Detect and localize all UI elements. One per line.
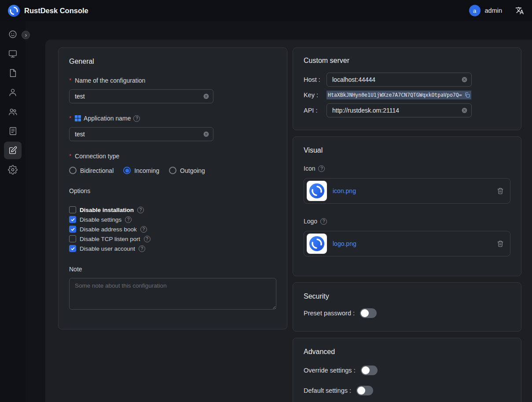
options-checkbox-list: Disable installation Disable settings [69,205,276,253]
copy-icon[interactable] [463,91,471,99]
app-title: RustDesk Console [24,7,88,15]
user-name[interactable]: admin [485,7,503,14]
clear-input-icon[interactable] [461,107,468,114]
default-settings-row: Default settings : [304,386,510,395]
language-translate-icon[interactable] [515,6,524,15]
api-label: API : [304,107,327,114]
icon-file-box: icon.png [304,178,510,204]
server-key-field: HtaXBkJNHyn0e1U1jWXze7A7CN7QTGWqxkOtpaVp… [327,89,471,101]
sidebar-item-user-icon[interactable] [4,84,22,101]
radio-outgoing[interactable]: Outgoing [169,167,205,174]
checkbox-disable-installation[interactable]: Disable installation [69,205,276,215]
logo-filename-link[interactable]: logo.png [333,240,356,247]
override-settings-label: Override settings : [304,367,356,374]
config-name-input[interactable] [69,89,213,103]
content-panel: General Name of the configuration [45,40,532,402]
checkbox-control[interactable] [69,226,76,233]
brand: RustDesk Console [8,5,88,17]
preset-password-label: Preset password : [304,310,355,317]
icon-filename-link[interactable]: icon.png [333,187,356,194]
preset-password-row: Preset password : [304,308,510,318]
host-label: Host : [304,76,327,83]
sidebar-item-journal-icon[interactable] [4,122,22,140]
logo-label: Logo [304,218,510,225]
required-asterisk [69,153,72,160]
top-bar: RustDesk Console a admin [0,0,532,21]
default-settings-toggle[interactable] [356,386,373,395]
icon-label: Icon [304,165,510,172]
windows-icon [75,115,81,121]
sidebar [0,21,26,402]
required-asterisk [69,77,72,84]
help-icon[interactable] [133,115,140,122]
delete-icon[interactable] [497,240,504,247]
app-shell: General Name of the configuration [0,21,532,402]
icon-thumbnail [307,181,327,201]
clear-input-icon[interactable] [203,93,209,100]
checkbox-control[interactable] [69,216,76,223]
security-card: Security Preset password : [293,282,521,332]
sidebar-expand-button[interactable] [22,31,30,39]
user-avatar[interactable]: a [469,5,481,16]
sidebar-item-settings-icon[interactable] [4,161,22,179]
help-icon[interactable] [125,216,132,223]
custom-server-title: Custom server [304,57,510,65]
default-settings-label: Default settings : [304,387,351,394]
server-key-value: HtaXBkJNHyn0e1U1jWXze7A7CN7QTGWqxkOtpaVp… [327,91,463,99]
advanced-card: Advanced Override settings : Default set… [293,338,521,402]
options-label: Options [69,187,276,194]
radio-control[interactable] [69,167,77,174]
clear-input-icon[interactable] [461,77,468,83]
override-settings-row: Override settings : [304,365,510,375]
help-icon[interactable] [144,236,150,242]
help-icon[interactable] [320,218,327,225]
radio-control[interactable] [123,167,131,174]
radio-bidirectional[interactable]: Bidirectional [69,167,114,174]
override-settings-toggle[interactable] [361,365,378,375]
api-input[interactable] [327,103,472,117]
note-textarea[interactable] [69,278,276,310]
checkbox-disable-settings[interactable]: Disable settings [69,215,276,224]
sidebar-item-document-icon[interactable] [4,64,22,82]
radio-control[interactable] [169,167,176,174]
application-name-input[interactable] [69,127,213,141]
sidebar-item-smiley-icon[interactable] [4,26,22,43]
advanced-title: Advanced [304,348,510,356]
visual-card: Visual Icon [293,136,521,276]
logo-file-box: logo.png [304,231,510,256]
sidebar-item-users-icon[interactable] [4,103,22,121]
logo-thumbnail [307,234,327,254]
security-title: Security [304,292,510,300]
preset-password-toggle[interactable] [360,308,377,318]
application-name-label: Application name [69,115,276,122]
visual-title: Visual [304,146,510,154]
topbar-right: a admin [469,5,525,16]
checkbox-disable-tcp-listen-port[interactable]: Disable TCP listen port [69,234,276,244]
help-icon[interactable] [139,245,145,252]
sidebar-item-monitor-icon[interactable] [4,45,22,62]
rustdesk-logo-icon [8,5,20,17]
sidebar-item-edit-icon[interactable] [4,142,22,159]
checkbox-control[interactable] [69,206,76,213]
custom-server-card: Custom server Host : Key : [293,48,521,130]
general-title: General [69,58,276,66]
help-icon[interactable] [318,165,325,172]
general-card: General Name of the configuration [58,48,287,329]
main-area: General Name of the configuration [26,21,532,402]
help-icon[interactable] [137,207,144,213]
note-label: Note [69,266,276,273]
required-asterisk [69,115,72,122]
checkbox-control[interactable] [69,245,76,252]
help-icon[interactable] [140,226,147,233]
checkbox-control[interactable] [69,235,76,242]
checkbox-disable-address-book[interactable]: Disable address book [69,224,276,234]
clear-input-icon[interactable] [203,131,209,138]
delete-icon[interactable] [497,187,504,194]
host-input[interactable] [327,73,472,87]
radio-incoming[interactable]: Incoming [123,167,159,174]
connection-type-radio-group: Bidirectional Incoming Outgoing [69,167,276,174]
config-name-label: Name of the configuration [69,77,276,84]
checkbox-disable-user-account[interactable]: Disable user account [69,244,276,253]
connection-type-label: Connection type [69,153,276,160]
key-label: Key : [304,91,327,99]
